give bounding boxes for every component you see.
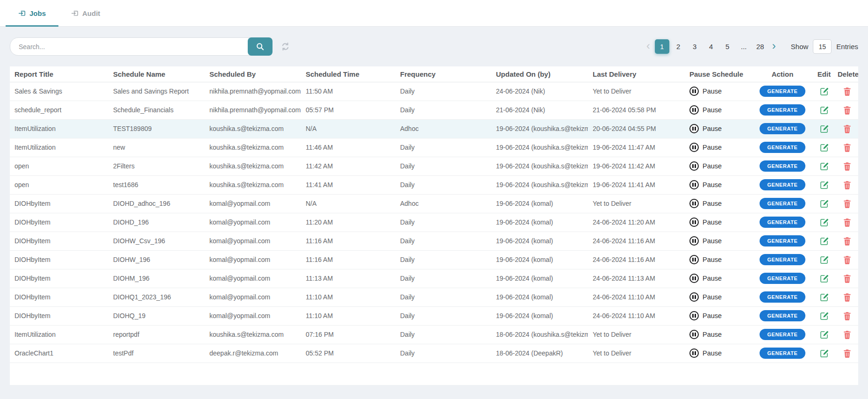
delete-button[interactable] [843,255,851,264]
delete-button[interactable] [843,162,851,171]
pause-button[interactable]: Pause [689,330,722,339]
pagination-prev-icon[interactable]: ‹ [644,40,653,53]
delete-button[interactable] [843,293,851,302]
edit-button[interactable] [820,143,829,152]
edit-button[interactable] [820,312,829,320]
trash-icon [843,124,851,133]
toolbar: ‹ 1 2 3 4 5 ... 28 › Show Entries [10,37,858,56]
delete-button[interactable] [843,274,851,283]
edit-icon [820,87,829,96]
delete-button[interactable] [843,106,851,115]
generate-button[interactable]: GENERATE [760,310,805,321]
generate-button[interactable]: GENERATE [760,179,805,190]
edit-button[interactable] [820,237,829,246]
cell-scheduled-time: 05:52 PM [301,344,395,363]
delete-button[interactable] [843,87,851,96]
pause-button[interactable]: Pause [689,274,722,283]
page-button-2[interactable]: 2 [671,39,686,54]
cell-scheduled-time: 11:10 AM [301,306,395,325]
edit-button[interactable] [820,162,829,171]
pause-button[interactable]: Pause [689,311,722,320]
cell-edit [812,325,836,344]
jobs-table: Report Title Schedule Name Scheduled By … [10,66,858,363]
pagination-next-icon[interactable]: › [769,40,779,53]
generate-button[interactable]: GENERATE [760,217,805,228]
cell-scheduled-by: komal@yopmail.com [205,269,301,288]
cell-scheduled-by: komal@yopmail.com [205,288,301,306]
generate-button[interactable]: GENERATE [760,291,805,303]
cell-updated-on: 19-06-2024 (komal) [491,288,588,306]
edit-button[interactable] [820,274,829,283]
edit-button[interactable] [820,255,829,264]
pause-button[interactable]: Pause [689,161,722,171]
table-row: Sales & SavingsSales and Savings Reportn… [10,82,858,101]
cell-report-title: ItemUtilization [10,138,108,157]
page-button-5[interactable]: 5 [720,39,735,54]
pause-button[interactable]: Pause [689,124,722,133]
pause-icon [689,143,699,152]
generate-button[interactable]: GENERATE [760,104,805,116]
delete-button[interactable] [843,181,851,189]
pause-button[interactable]: Pause [689,180,722,189]
cell-edit [812,250,836,269]
generate-button[interactable]: GENERATE [760,142,805,153]
trash-icon [843,87,851,96]
page-size-input[interactable] [813,39,832,54]
tab-jobs[interactable]: Jobs [6,0,58,26]
search-input[interactable] [10,37,273,56]
edit-button[interactable] [820,181,829,189]
cell-frequency: Daily [395,344,491,363]
delete-button[interactable] [843,237,851,246]
generate-button[interactable]: GENERATE [760,86,805,97]
page-button-1[interactable]: 1 [655,39,669,54]
edit-button[interactable] [820,106,829,115]
cell-schedule-name: DIOHM_196 [108,269,205,288]
generate-button[interactable]: GENERATE [760,348,805,359]
pause-button[interactable]: Pause [689,143,722,152]
cell-updated-on: 19-06-2024 (komal) [491,232,588,250]
pagination: ‹ 1 2 3 4 5 ... 28 › [644,39,779,54]
cell-last-delivery: 21-06-2024 05:58 PM [588,101,685,119]
generate-button[interactable]: GENERATE [760,198,805,209]
pause-button[interactable]: Pause [689,236,722,246]
delete-button[interactable] [843,312,851,320]
edit-button[interactable] [820,349,829,358]
page-button-4[interactable]: 4 [704,39,718,54]
edit-button[interactable] [820,199,829,208]
pause-icon [689,236,699,246]
tab-audit[interactable]: Audit [58,0,113,26]
generate-button[interactable]: GENERATE [760,329,805,340]
generate-button[interactable]: GENERATE [760,273,805,284]
page-button-3[interactable]: 3 [688,39,702,54]
edit-button[interactable] [820,87,829,96]
edit-button[interactable] [820,218,829,227]
refresh-button[interactable] [280,42,290,51]
generate-button[interactable]: GENERATE [760,235,805,247]
trash-icon [843,312,851,320]
generate-button[interactable]: GENERATE [760,123,805,134]
delete-button[interactable] [843,218,851,227]
cell-pause-schedule: Pause [685,288,753,306]
pause-button[interactable]: Pause [689,218,722,227]
delete-button[interactable] [843,349,851,358]
delete-button[interactable] [843,143,851,152]
cell-edit [812,288,836,306]
pause-button[interactable]: Pause [689,199,722,208]
cell-last-delivery: 19-06-2024 11:47 AM [588,138,685,157]
generate-button[interactable]: GENERATE [760,254,805,265]
table-row: OracleChart1testPdfdeepak.r@tekizma.com0… [10,344,858,363]
delete-button[interactable] [843,124,851,133]
delete-button[interactable] [843,199,851,208]
pause-button[interactable]: Pause [689,87,722,96]
pause-button[interactable]: Pause [689,255,722,264]
delete-button[interactable] [843,330,851,339]
search-button[interactable] [248,37,273,56]
edit-button[interactable] [820,124,829,133]
edit-button[interactable] [820,293,829,302]
edit-button[interactable] [820,330,829,339]
page-button-28[interactable]: 28 [753,39,768,54]
pause-button[interactable]: Pause [689,292,722,302]
generate-button[interactable]: GENERATE [760,160,805,172]
pause-button[interactable]: Pause [689,105,722,115]
pause-button[interactable]: Pause [689,348,722,358]
